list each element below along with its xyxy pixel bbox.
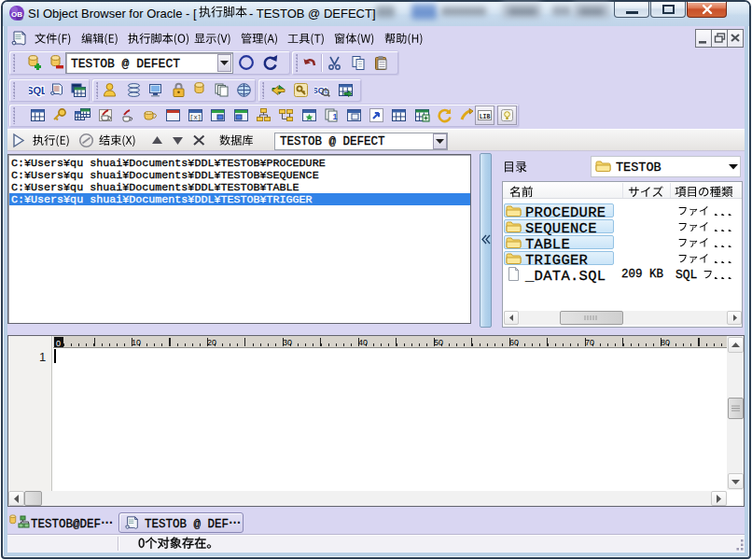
svg-text:SQL: SQL <box>29 85 45 96</box>
svg-text:LIB: LIB <box>480 114 491 120</box>
svg-text:OB: OB <box>11 10 22 19</box>
svg-text:1: 1 <box>333 112 338 121</box>
svg-text:[x]: [x] <box>189 114 202 121</box>
